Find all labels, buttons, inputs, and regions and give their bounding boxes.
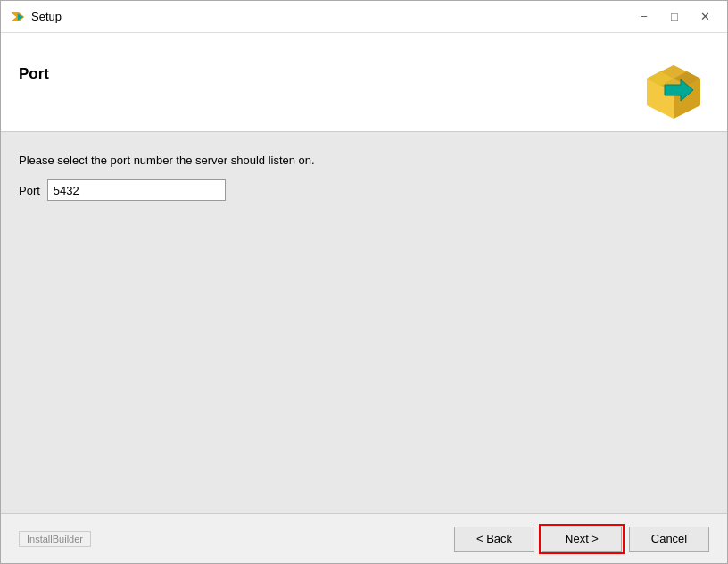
- port-label: Port: [19, 184, 40, 197]
- maximize-button[interactable]: □: [661, 6, 688, 28]
- description-text: Please select the port number the server…: [19, 153, 709, 167]
- setup-window: Setup − □ ✕ Port Please select the port …: [0, 0, 728, 564]
- window-controls: − □ ✕: [631, 6, 718, 28]
- window-title: Setup: [31, 10, 631, 23]
- brand-label: InstallBuilder: [19, 531, 91, 547]
- port-row: Port: [19, 179, 709, 201]
- setup-icon: [10, 9, 26, 25]
- page-header: Port: [1, 33, 727, 132]
- page-title: Port: [19, 47, 49, 83]
- cancel-button[interactable]: Cancel: [629, 527, 709, 552]
- footer-buttons: < Back Next > Cancel: [454, 527, 709, 552]
- port-input[interactable]: [47, 179, 226, 201]
- footer: InstallBuilder < Back Next > Cancel: [1, 513, 727, 563]
- content-area: Please select the port number the server…: [1, 132, 727, 513]
- minimize-button[interactable]: −: [631, 6, 658, 28]
- next-button[interactable]: Next >: [542, 527, 622, 552]
- close-button[interactable]: ✕: [691, 6, 718, 28]
- back-button[interactable]: < Back: [454, 527, 534, 552]
- header-logo-icon: [638, 47, 709, 119]
- title-bar: Setup − □ ✕: [1, 1, 727, 33]
